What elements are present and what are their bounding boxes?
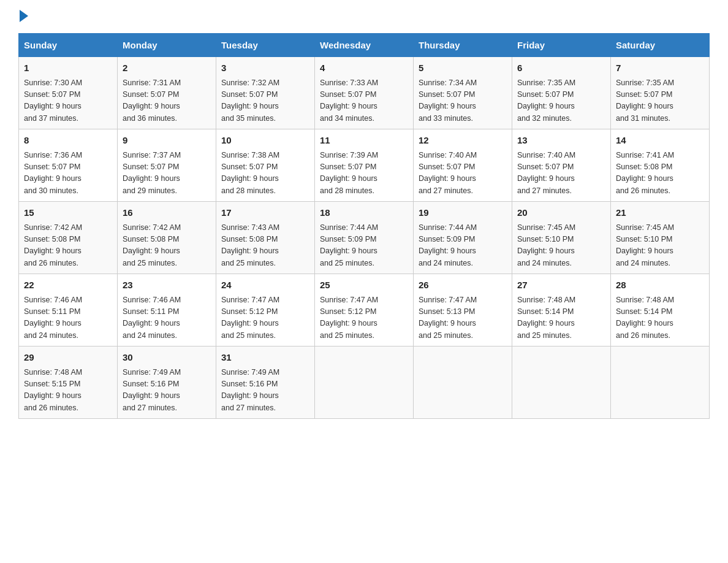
calendar-cell: 17Sunrise: 7:43 AMSunset: 5:08 PMDayligh… bbox=[216, 202, 315, 274]
day-number: 11 bbox=[320, 134, 408, 148]
day-info: Sunrise: 7:44 AMSunset: 5:09 PMDaylight:… bbox=[419, 223, 477, 267]
day-number: 24 bbox=[221, 278, 309, 293]
calendar-cell: 28Sunrise: 7:48 AMSunset: 5:14 PMDayligh… bbox=[611, 274, 710, 347]
logo-arrow-icon bbox=[20, 10, 28, 22]
calendar-cell bbox=[414, 347, 512, 419]
day-info: Sunrise: 7:32 AMSunset: 5:07 PMDaylight:… bbox=[221, 79, 279, 123]
day-number: 16 bbox=[123, 206, 211, 220]
calendar-cell: 10Sunrise: 7:38 AMSunset: 5:07 PMDayligh… bbox=[216, 129, 315, 202]
day-header-saturday: Saturday bbox=[611, 34, 710, 57]
day-number: 20 bbox=[517, 206, 605, 220]
day-header-monday: Monday bbox=[118, 34, 216, 57]
day-info: Sunrise: 7:41 AMSunset: 5:08 PMDaylight:… bbox=[616, 151, 674, 195]
day-info: Sunrise: 7:40 AMSunset: 5:07 PMDaylight:… bbox=[419, 151, 477, 195]
day-header-sunday: Sunday bbox=[19, 34, 118, 57]
calendar-cell bbox=[512, 347, 611, 419]
day-info: Sunrise: 7:35 AMSunset: 5:07 PMDaylight:… bbox=[616, 79, 674, 123]
day-number: 21 bbox=[616, 206, 704, 220]
day-number: 14 bbox=[616, 134, 704, 148]
calendar-cell: 23Sunrise: 7:46 AMSunset: 5:11 PMDayligh… bbox=[118, 274, 216, 347]
day-number: 13 bbox=[517, 134, 605, 148]
calendar-cell: 22Sunrise: 7:46 AMSunset: 5:11 PMDayligh… bbox=[19, 274, 118, 347]
calendar-cell: 3Sunrise: 7:32 AMSunset: 5:07 PMDaylight… bbox=[216, 57, 315, 129]
day-info: Sunrise: 7:34 AMSunset: 5:07 PMDaylight:… bbox=[419, 79, 477, 123]
calendar-cell bbox=[611, 347, 710, 419]
calendar-cell: 29Sunrise: 7:48 AMSunset: 5:15 PMDayligh… bbox=[19, 347, 118, 419]
day-number: 26 bbox=[419, 278, 507, 293]
calendar-cell: 30Sunrise: 7:49 AMSunset: 5:16 PMDayligh… bbox=[118, 347, 216, 419]
day-number: 30 bbox=[123, 351, 211, 365]
day-number: 15 bbox=[24, 206, 112, 220]
calendar-cell: 24Sunrise: 7:47 AMSunset: 5:12 PMDayligh… bbox=[216, 274, 315, 347]
week-row-5: 29Sunrise: 7:48 AMSunset: 5:15 PMDayligh… bbox=[19, 347, 710, 419]
day-number: 29 bbox=[24, 351, 112, 365]
day-info: Sunrise: 7:47 AMSunset: 5:12 PMDaylight:… bbox=[320, 296, 378, 340]
calendar-cell: 8Sunrise: 7:36 AMSunset: 5:07 PMDaylight… bbox=[19, 129, 118, 202]
day-info: Sunrise: 7:44 AMSunset: 5:09 PMDaylight:… bbox=[320, 223, 378, 267]
day-info: Sunrise: 7:30 AMSunset: 5:07 PMDaylight:… bbox=[24, 79, 82, 123]
week-row-2: 8Sunrise: 7:36 AMSunset: 5:07 PMDaylight… bbox=[19, 129, 710, 202]
day-info: Sunrise: 7:43 AMSunset: 5:08 PMDaylight:… bbox=[221, 223, 279, 267]
calendar-cell: 13Sunrise: 7:40 AMSunset: 5:07 PMDayligh… bbox=[512, 129, 611, 202]
page-header bbox=[18, 12, 710, 22]
calendar-cell: 6Sunrise: 7:35 AMSunset: 5:07 PMDaylight… bbox=[512, 57, 611, 129]
day-number: 18 bbox=[320, 206, 408, 220]
calendar-cell: 18Sunrise: 7:44 AMSunset: 5:09 PMDayligh… bbox=[315, 202, 414, 274]
day-header-thursday: Thursday bbox=[414, 34, 512, 57]
calendar-cell: 12Sunrise: 7:40 AMSunset: 5:07 PMDayligh… bbox=[414, 129, 512, 202]
day-info: Sunrise: 7:49 AMSunset: 5:16 PMDaylight:… bbox=[221, 368, 279, 412]
day-info: Sunrise: 7:46 AMSunset: 5:11 PMDaylight:… bbox=[123, 296, 181, 340]
calendar-cell: 21Sunrise: 7:45 AMSunset: 5:10 PMDayligh… bbox=[611, 202, 710, 274]
day-number: 4 bbox=[320, 61, 408, 75]
calendar-cell: 9Sunrise: 7:37 AMSunset: 5:07 PMDaylight… bbox=[118, 129, 216, 202]
day-info: Sunrise: 7:45 AMSunset: 5:10 PMDaylight:… bbox=[616, 223, 674, 267]
day-number: 9 bbox=[123, 134, 211, 148]
calendar-cell: 31Sunrise: 7:49 AMSunset: 5:16 PMDayligh… bbox=[216, 347, 315, 419]
day-info: Sunrise: 7:48 AMSunset: 5:14 PMDaylight:… bbox=[517, 296, 575, 340]
calendar-cell: 19Sunrise: 7:44 AMSunset: 5:09 PMDayligh… bbox=[414, 202, 512, 274]
day-info: Sunrise: 7:45 AMSunset: 5:10 PMDaylight:… bbox=[517, 223, 575, 267]
day-header-tuesday: Tuesday bbox=[216, 34, 315, 57]
day-info: Sunrise: 7:42 AMSunset: 5:08 PMDaylight:… bbox=[24, 223, 82, 267]
day-number: 23 bbox=[123, 278, 211, 293]
day-number: 17 bbox=[221, 206, 309, 220]
day-number: 1 bbox=[24, 61, 112, 75]
calendar-cell: 5Sunrise: 7:34 AMSunset: 5:07 PMDaylight… bbox=[414, 57, 512, 129]
day-number: 10 bbox=[221, 134, 309, 148]
calendar-cell: 25Sunrise: 7:47 AMSunset: 5:12 PMDayligh… bbox=[315, 274, 414, 347]
day-info: Sunrise: 7:46 AMSunset: 5:11 PMDaylight:… bbox=[24, 296, 82, 340]
day-number: 3 bbox=[221, 61, 309, 75]
day-number: 2 bbox=[123, 61, 211, 75]
calendar-cell: 2Sunrise: 7:31 AMSunset: 5:07 PMDaylight… bbox=[118, 57, 216, 129]
day-info: Sunrise: 7:40 AMSunset: 5:07 PMDaylight:… bbox=[517, 151, 575, 195]
day-info: Sunrise: 7:47 AMSunset: 5:13 PMDaylight:… bbox=[419, 296, 477, 340]
day-number: 19 bbox=[419, 206, 507, 220]
week-row-4: 22Sunrise: 7:46 AMSunset: 5:11 PMDayligh… bbox=[19, 274, 710, 347]
day-info: Sunrise: 7:37 AMSunset: 5:07 PMDaylight:… bbox=[123, 151, 181, 195]
day-number: 5 bbox=[419, 61, 507, 75]
day-number: 28 bbox=[616, 278, 704, 293]
day-header-wednesday: Wednesday bbox=[315, 34, 414, 57]
calendar-cell: 14Sunrise: 7:41 AMSunset: 5:08 PMDayligh… bbox=[611, 129, 710, 202]
day-number: 27 bbox=[517, 278, 605, 293]
week-row-3: 15Sunrise: 7:42 AMSunset: 5:08 PMDayligh… bbox=[19, 202, 710, 274]
day-info: Sunrise: 7:38 AMSunset: 5:07 PMDaylight:… bbox=[221, 151, 279, 195]
day-number: 22 bbox=[24, 278, 112, 293]
day-info: Sunrise: 7:49 AMSunset: 5:16 PMDaylight:… bbox=[123, 368, 181, 412]
day-info: Sunrise: 7:35 AMSunset: 5:07 PMDaylight:… bbox=[517, 79, 575, 123]
calendar-cell bbox=[315, 347, 414, 419]
day-info: Sunrise: 7:33 AMSunset: 5:07 PMDaylight:… bbox=[320, 79, 378, 123]
day-number: 8 bbox=[24, 134, 112, 148]
day-info: Sunrise: 7:47 AMSunset: 5:12 PMDaylight:… bbox=[221, 296, 279, 340]
day-info: Sunrise: 7:48 AMSunset: 5:14 PMDaylight:… bbox=[616, 296, 674, 340]
calendar-cell: 11Sunrise: 7:39 AMSunset: 5:07 PMDayligh… bbox=[315, 129, 414, 202]
day-info: Sunrise: 7:31 AMSunset: 5:07 PMDaylight:… bbox=[123, 79, 181, 123]
day-number: 31 bbox=[221, 351, 309, 365]
logo bbox=[18, 12, 28, 22]
day-number: 6 bbox=[517, 61, 605, 75]
day-info: Sunrise: 7:42 AMSunset: 5:08 PMDaylight:… bbox=[123, 223, 181, 267]
week-row-1: 1Sunrise: 7:30 AMSunset: 5:07 PMDaylight… bbox=[19, 57, 710, 129]
day-info: Sunrise: 7:48 AMSunset: 5:15 PMDaylight:… bbox=[24, 368, 82, 412]
calendar-cell: 15Sunrise: 7:42 AMSunset: 5:08 PMDayligh… bbox=[19, 202, 118, 274]
calendar-cell: 27Sunrise: 7:48 AMSunset: 5:14 PMDayligh… bbox=[512, 274, 611, 347]
